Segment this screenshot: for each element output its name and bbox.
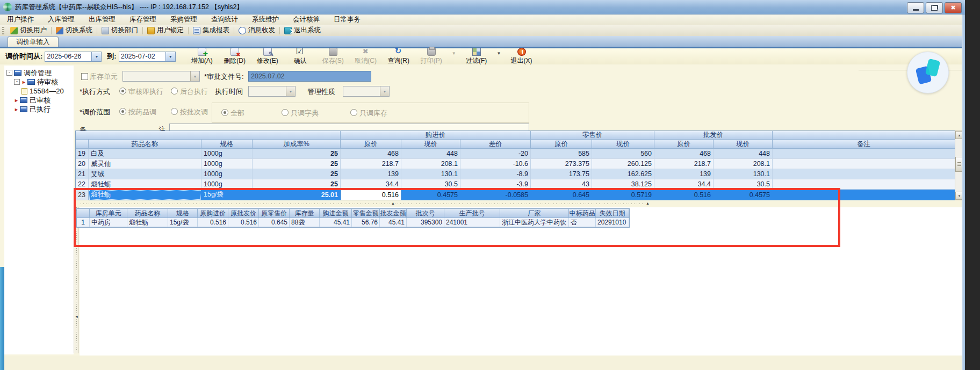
- query-button[interactable]: 查询(R): [386, 48, 411, 66]
- filter-button[interactable]: 过滤(F): [464, 48, 489, 66]
- grid-cell[interactable]: 88袋: [290, 218, 320, 227]
- grid-cell[interactable]: 130.1: [714, 169, 773, 179]
- stock-unit-checkbox[interactable]: [81, 73, 88, 80]
- grid-cell[interactable]: [773, 179, 955, 190]
- date-to-value[interactable]: 2025-07-02: [119, 52, 166, 62]
- grid-cell[interactable]: 25: [253, 179, 341, 190]
- grid-cell[interactable]: 煅牡蛎: [89, 190, 201, 200]
- grid-cell[interactable]: 260.125: [592, 159, 654, 169]
- grid-cell[interactable]: 25.01: [253, 190, 341, 200]
- restore-button[interactable]: [926, 2, 943, 13]
- tab-price-adjust-entry[interactable]: 调价单输入: [8, 37, 59, 47]
- grid-cell[interactable]: 56.76: [352, 218, 380, 227]
- table-row[interactable]: 1中药房煅牡蛎15g/袋0.5160.5160.64588袋45.4156.76…: [77, 218, 629, 227]
- user-lock-button[interactable]: 用户锁定: [143, 26, 188, 35]
- grid-cell[interactable]: 585: [531, 149, 592, 159]
- grid-cell[interactable]: [773, 149, 955, 159]
- minimize-button[interactable]: [907, 2, 924, 13]
- menu-item[interactable]: 库存管理: [122, 15, 163, 24]
- grid-cell[interactable]: 162.625: [592, 169, 654, 179]
- grid-cell[interactable]: [773, 190, 955, 200]
- grid-cell[interactable]: 218.7: [341, 159, 401, 169]
- grid-cell[interactable]: [773, 169, 955, 179]
- grid-cell[interactable]: 448: [401, 149, 460, 159]
- grid-cell[interactable]: 15g/袋: [201, 190, 253, 200]
- table-row[interactable]: 21艾绒1000g25139130.1-8.9173.75162.6251391…: [76, 169, 955, 179]
- approval-no-field[interactable]: 2025.07.02: [248, 71, 371, 82]
- dropdown-arrow-icon[interactable]: [190, 71, 199, 81]
- grid-cell[interactable]: 395300: [407, 218, 444, 227]
- grid-cell[interactable]: 0.516: [228, 218, 259, 227]
- grid-cell[interactable]: 23: [76, 190, 89, 200]
- menu-item[interactable]: 会计核算: [286, 15, 327, 24]
- table-row[interactable]: 22煅牡蛎1000g2534.430.5-3.94338.12534.430.5: [76, 179, 955, 190]
- date-from-picker[interactable]: 2025-06-26: [45, 52, 102, 62]
- horizontal-splitter[interactable]: [75, 200, 963, 207]
- grid-cell[interactable]: 1000g: [201, 169, 253, 179]
- edit-button[interactable]: 修改(E): [255, 48, 280, 66]
- table-row[interactable]: 20威灵仙1000g25218.7208.1-10.6273.375260.12…: [76, 159, 955, 169]
- grid-cell[interactable]: 0.516: [654, 190, 714, 200]
- grid-cell[interactable]: 浙江中医药大学中药饮: [500, 218, 569, 227]
- grid-cell[interactable]: 43: [531, 179, 592, 190]
- grid-cell[interactable]: 45.41: [380, 218, 407, 227]
- menu-item[interactable]: 系统维护: [245, 15, 286, 24]
- menu-item[interactable]: 采购管理: [163, 15, 204, 24]
- grid-cell[interactable]: 0.5719: [592, 190, 654, 200]
- collapse-up-icon[interactable]: [646, 201, 650, 205]
- grid-cell[interactable]: 0.4575: [401, 190, 460, 200]
- grid-cell[interactable]: -3.9: [460, 179, 531, 190]
- date-to-picker[interactable]: 2025-07-02: [119, 52, 176, 62]
- exit-system-button[interactable]: 退出系统: [280, 26, 325, 35]
- report-button[interactable]: 集成报表: [189, 26, 233, 35]
- switch-user-button[interactable]: 切换用户: [6, 26, 51, 35]
- switch-dept-button[interactable]: 切换部门: [98, 26, 142, 35]
- grid-cell[interactable]: 21: [76, 169, 89, 179]
- date-from-value[interactable]: 2025-06-26: [45, 52, 92, 62]
- dropdown-arrow-icon[interactable]: [286, 86, 295, 96]
- grid-cell[interactable]: 218.7: [654, 159, 714, 169]
- grid-cell[interactable]: [773, 159, 955, 169]
- grid-cell[interactable]: 0.4575: [714, 190, 773, 200]
- menu-item[interactable]: 出库管理: [82, 15, 122, 24]
- grid-cell[interactable]: 白及: [89, 149, 201, 159]
- menu-item[interactable]: 查询统计: [204, 15, 245, 24]
- grid-cell[interactable]: -20: [460, 149, 531, 159]
- grid-cell[interactable]: 22: [76, 179, 89, 190]
- collapse-left-icon[interactable]: [75, 315, 78, 318]
- grid-cell[interactable]: 中药房: [90, 218, 127, 227]
- grid-cell[interactable]: 1000g: [201, 179, 253, 190]
- grid-cell[interactable]: -10.6: [460, 159, 531, 169]
- grid-cell[interactable]: 煅牡蛎: [89, 179, 201, 190]
- dropdown-arrow-icon[interactable]: ▼: [452, 51, 456, 56]
- grid-cell[interactable]: 25: [253, 169, 341, 179]
- switch-system-button[interactable]: 切换系统: [52, 26, 96, 35]
- grid-cell[interactable]: 38.125: [592, 179, 654, 190]
- grid-cell[interactable]: 威灵仙: [89, 159, 201, 169]
- grid-cell[interactable]: 241001: [444, 218, 500, 227]
- grid-cell[interactable]: 30.5: [401, 179, 460, 190]
- delete-button[interactable]: 删除(D): [222, 48, 247, 66]
- grid-cell[interactable]: 34.4: [654, 179, 714, 190]
- stock-unit-combo[interactable]: [122, 71, 200, 82]
- grid-cell[interactable]: 173.75: [531, 169, 592, 179]
- grid-cell[interactable]: 208.1: [714, 159, 773, 169]
- grid-cell[interactable]: 煅牡蛎: [127, 218, 168, 227]
- grid-cell[interactable]: 273.375: [531, 159, 592, 169]
- grid-cell[interactable]: 30.5: [714, 179, 773, 190]
- add-button[interactable]: 增加(A): [190, 48, 214, 66]
- grid-cell[interactable]: 19: [76, 149, 89, 159]
- grid-cell[interactable]: 否: [569, 218, 596, 227]
- grid-cell[interactable]: 0.645: [259, 218, 290, 227]
- grid-cell[interactable]: 448: [714, 149, 773, 159]
- confirm-button[interactable]: 确认: [288, 48, 313, 66]
- menu-item[interactable]: 用户操作: [0, 15, 41, 24]
- date-to-dropdown-icon[interactable]: [166, 52, 176, 62]
- grid-cell[interactable]: 208.1: [401, 159, 460, 169]
- table-row-selected[interactable]: 23煅牡蛎15g/袋25.010.5160.4575-0.05850.6450.…: [76, 190, 955, 200]
- grid-cell[interactable]: 468: [654, 149, 714, 159]
- date-from-dropdown-icon[interactable]: [92, 52, 102, 62]
- grid-cell[interactable]: 130.1: [401, 169, 460, 179]
- grid-cell[interactable]: 34.4: [341, 179, 401, 190]
- message-button[interactable]: 消息收发: [235, 26, 279, 35]
